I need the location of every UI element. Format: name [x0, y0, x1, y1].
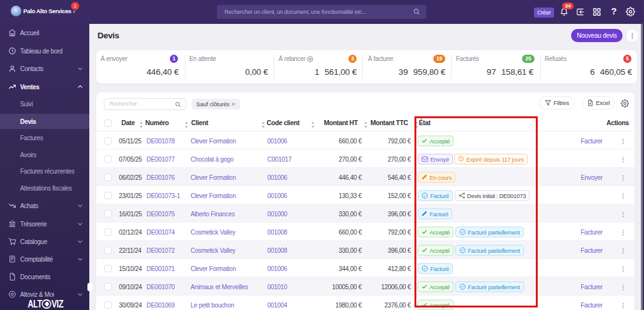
svg-text:?: ?	[611, 6, 616, 16]
